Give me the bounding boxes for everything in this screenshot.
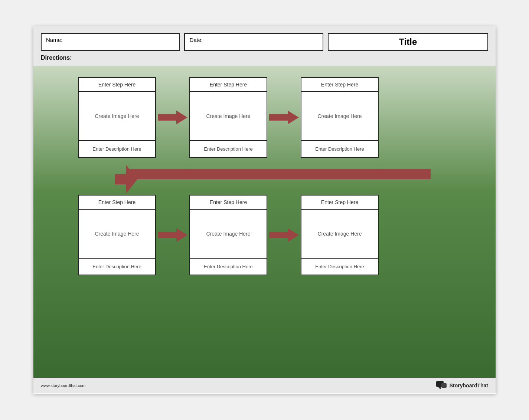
- date-field[interactable]: Date:: [184, 33, 323, 51]
- row1-card1: Enter Step Here Create Image Here Enter …: [78, 77, 156, 158]
- row1-card3-description: Enter Description Here: [301, 140, 378, 157]
- name-label: Name:: [46, 37, 62, 43]
- svg-marker-5: [269, 228, 299, 242]
- row2-card1-description: Enter Description Here: [79, 258, 155, 275]
- row1-card3-image: Create Image Here: [301, 92, 378, 140]
- name-field[interactable]: Name:: [41, 33, 180, 51]
- row1: Enter Step Here Create Image Here Enter …: [48, 77, 481, 158]
- footer: www.storyboardthat.com StoryboardThat: [33, 378, 496, 393]
- row1-card1-description: Enter Description Here: [79, 140, 155, 157]
- row2-card3-description: Enter Description Here: [301, 258, 378, 275]
- row2-card1-image: Create Image Here: [79, 210, 155, 258]
- brand-name: StoryboardThat: [450, 383, 488, 388]
- row2-card1: Enter Step Here Create Image Here Enter …: [78, 195, 156, 275]
- arrow-right-2: [267, 108, 301, 127]
- date-label: Date:: [189, 37, 203, 43]
- page: Name: Date: Title Directions: Enter Step…: [33, 26, 496, 394]
- brand-icon: [436, 381, 447, 390]
- svg-rect-8: [441, 383, 447, 388]
- row2-card2: Enter Step Here Create Image Here Enter …: [189, 195, 267, 275]
- svg-rect-2: [126, 169, 431, 179]
- u-turn-svg: [78, 158, 438, 195]
- footer-url: www.storyboardthat.com: [41, 383, 85, 388]
- header-fields: Name: Date: Title: [41, 33, 488, 51]
- directions-label: Directions:: [41, 55, 488, 61]
- row2: Enter Step Here Create Image Here Enter …: [48, 195, 481, 275]
- row1-card2: Enter Step Here Create Image Here Enter …: [189, 77, 267, 158]
- title-label: Title: [399, 37, 417, 47]
- arrow-right-1: [156, 108, 189, 127]
- arrow-right-3: [156, 226, 189, 245]
- row2-card3-step: Enter Step Here: [301, 196, 378, 210]
- row2-card3: Enter Step Here Create Image Here Enter …: [301, 195, 379, 275]
- arrow-right-4: [267, 226, 301, 245]
- row2-card2-step: Enter Step Here: [190, 196, 267, 210]
- row1-card3-step: Enter Step Here: [301, 78, 378, 92]
- row1-card1-step: Enter Step Here: [79, 78, 155, 92]
- arrow-right-4-svg: [269, 227, 299, 243]
- svg-marker-0: [158, 111, 187, 124]
- row2-card3-image: Create Image Here: [301, 210, 378, 258]
- main-content: Enter Step Here Create Image Here Enter …: [33, 66, 496, 378]
- title-field[interactable]: Title: [328, 33, 488, 51]
- row2-card2-description: Enter Description Here: [190, 258, 267, 275]
- row1-card2-step: Enter Step Here: [190, 78, 267, 92]
- footer-brand: StoryboardThat: [436, 381, 488, 390]
- svg-marker-1: [269, 111, 299, 124]
- svg-marker-4: [158, 228, 187, 242]
- row1-card1-image: Create Image Here: [79, 92, 155, 140]
- row1-card2-description: Enter Description Here: [190, 140, 267, 157]
- u-turn-connector: [78, 158, 481, 195]
- row1-card2-image: Create Image Here: [190, 92, 267, 140]
- header: Name: Date: Title Directions:: [33, 26, 496, 66]
- arrow-right-2-svg: [269, 109, 299, 126]
- row2-card1-step: Enter Step Here: [79, 196, 155, 210]
- arrow-right-3-svg: [158, 227, 187, 243]
- arrow-right-1-svg: [158, 109, 187, 126]
- row1-card3: Enter Step Here Create Image Here Enter …: [301, 77, 379, 158]
- row2-card2-image: Create Image Here: [190, 210, 267, 258]
